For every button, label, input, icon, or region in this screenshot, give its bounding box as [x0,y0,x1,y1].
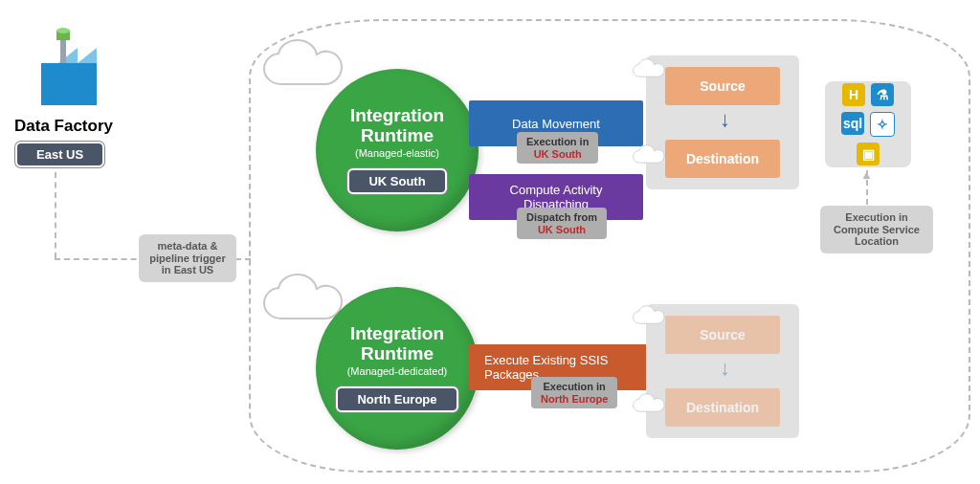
ir-region-badge: UK South [347,168,446,194]
svg-rect-6 [60,40,66,63]
arrow-down-icon: ↓ [720,107,730,132]
cloud-icon [632,304,670,329]
datawarehouse-icon: ▣ [857,143,880,165]
svg-marker-3 [78,48,97,63]
spark-icon: ✧ [870,112,895,137]
cloud-icon [632,143,670,168]
destination-box: Destination [665,140,780,178]
compute-service-icons: H ⚗ sql ✧ ▣ [825,81,911,167]
data-factory-logo-icon [24,19,110,119]
dispatch-location-note: Dispatch fromUK South [517,208,607,239]
hadoop-icon: H [842,83,865,106]
arrow-up-icon: ▲ [860,167,873,182]
ir-region-badge: North Europe [336,386,457,412]
connector-line [55,172,265,478]
data-factory-title: Data Factory [14,117,113,136]
destination-box: Destination [665,388,780,427]
svg-rect-1 [41,63,58,105]
execution-location-note: Execution inUK South [517,132,598,164]
svg-point-5 [56,28,70,33]
data-factory-region-badge: East US [15,142,104,167]
execution-location-note: Execution inNorth Europe [531,377,617,408]
cloud-icon [260,38,356,96]
compute-service-note: Execution in Compute Service Location [820,206,933,253]
source-box: Source [665,316,780,354]
arrow-down-icon: ↓ [720,356,730,381]
metadata-note: meta-data & pipeline trigger in East US [139,234,236,282]
cloud-icon [632,392,670,417]
beaker-icon: ⚗ [871,83,894,106]
integration-runtime-elastic: IntegrationRuntime (Managed-elastic) UK … [316,69,479,231]
source-box: Source [665,67,780,105]
integration-runtime-dedicated: IntegrationRuntime (Managed-dedicated) N… [316,287,479,450]
sql-icon: sql [841,112,864,135]
cloud-icon [632,57,670,82]
